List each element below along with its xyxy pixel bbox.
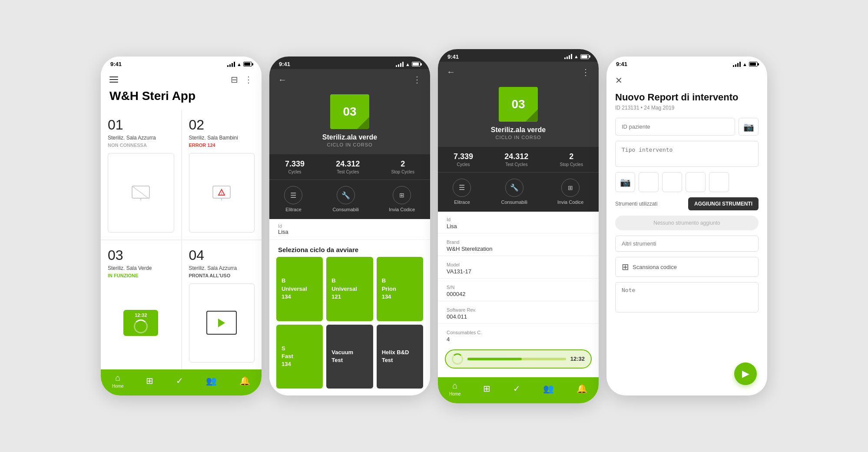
report-subtitle-4: ID 213131 • 24 Mag 2019 bbox=[615, 105, 759, 111]
altri-strumenti-input[interactable] bbox=[615, 236, 759, 252]
camera-button-1[interactable]: 📷 bbox=[739, 118, 759, 136]
back-button-2[interactable]: ← bbox=[278, 75, 287, 85]
cycle-b-universal-134[interactable]: BUniversal134 bbox=[276, 257, 323, 321]
cell-num-2: 02 bbox=[189, 117, 255, 133]
info-brand-val-3: W&H Sterelization bbox=[447, 246, 590, 252]
id-paziente-row: 📷 bbox=[615, 118, 759, 136]
info-model-label-3: Model bbox=[447, 262, 590, 267]
nav-bell-3[interactable]: 🔔 bbox=[576, 383, 587, 394]
invia-icon-3: ⊞ bbox=[561, 179, 580, 197]
info-sw-val-3: 004.011 bbox=[447, 313, 590, 320]
time-4: 9:41 bbox=[616, 61, 627, 67]
device-name-2: Steriliz.ala verde bbox=[322, 133, 377, 141]
device-image-3: 03 bbox=[499, 87, 538, 122]
stat-test-val-2: 24.312 bbox=[336, 160, 360, 169]
cast-icon[interactable]: ⊟ bbox=[231, 74, 238, 85]
stat-cycles-val-3: 7.339 bbox=[454, 152, 473, 161]
nav-home-3[interactable]: ⌂ Home bbox=[449, 381, 461, 396]
form-body-4: 📷 📷 Strumenti utilizzati AGGIUNGI STRUME… bbox=[606, 118, 767, 396]
close-button-4[interactable]: ✕ bbox=[615, 75, 623, 86]
bell-icon: 🔔 bbox=[239, 376, 250, 386]
home-icon-3: ⌂ bbox=[452, 381, 457, 391]
device-cell-4[interactable]: 04 Steriliz. Sala Azzurra PRONTA ALL'USO bbox=[182, 240, 262, 370]
stat-stop-val-2: 2 bbox=[391, 160, 414, 169]
action-elitrace-lbl: Elitrace bbox=[285, 207, 301, 212]
stat-test-val-3: 24.312 bbox=[504, 152, 528, 161]
action-invia-3[interactable]: ⊞ Invia Codice bbox=[557, 179, 584, 205]
device-name-3: Steriliz.ala verde bbox=[491, 126, 546, 134]
title-section-4: Nuovo Report di intervento ID 213131 • 2… bbox=[606, 90, 767, 118]
progress-spinner-3 bbox=[452, 353, 463, 365]
device-cell-2[interactable]: 02 Steriliz. Sala Bambini ERROR 124 ! bbox=[182, 110, 262, 239]
device-section-2: 03 Steriliz.ala verde CICLO IN CORSO bbox=[269, 90, 430, 154]
device-status-2: CICLO IN CORSO bbox=[327, 142, 372, 147]
info-id-3: Id Lisa bbox=[438, 212, 599, 230]
cycle-s-fast-134[interactable]: SFast134 bbox=[276, 325, 323, 389]
consumabili-icon-3: 🔧 bbox=[505, 179, 523, 197]
device-grid: 01 Steriliz. Sala Azzurra NON CONNESSA 0… bbox=[101, 110, 262, 369]
stat-cycles-2: 7.339 Cycles bbox=[285, 160, 305, 174]
nav-bell-1[interactable]: 🔔 bbox=[239, 376, 250, 386]
nav-grid-3[interactable]: ⊞ bbox=[483, 383, 490, 394]
divider-3e bbox=[438, 323, 599, 324]
nav-check-3[interactable]: ✓ bbox=[513, 383, 520, 394]
action-invia-2[interactable]: ⊞ Invia Codice bbox=[389, 186, 415, 212]
wifi-icon-4: ▲ bbox=[742, 62, 747, 67]
divider-3b bbox=[438, 256, 599, 256]
actions-3: ☰ Elitrace 🔧 Consumabili ⊞ Invia Codice bbox=[438, 173, 599, 212]
menu-icon[interactable] bbox=[109, 76, 118, 83]
screen1-phone: 9:41 ▲ ⊟ ⋮ W&H Steri App 01 bbox=[101, 56, 262, 396]
cycle-vacuum-test[interactable]: VacuumTest bbox=[326, 325, 373, 389]
more-icon-2[interactable]: ⋮ bbox=[413, 74, 421, 85]
nav-users-1[interactable]: 👥 bbox=[206, 376, 217, 386]
nav-check-1[interactable]: ✓ bbox=[176, 376, 183, 386]
cycles-title-2: Seleziona ciclo da avviare bbox=[269, 240, 430, 257]
more-icon[interactable]: ⋮ bbox=[244, 74, 253, 85]
more-icon-3[interactable]: ⋮ bbox=[581, 67, 590, 77]
info-id-label-3: Id bbox=[447, 217, 590, 222]
check-icon: ✓ bbox=[176, 376, 183, 386]
action-consumabili-3[interactable]: 🔧 Consumabili bbox=[501, 179, 527, 205]
note-input[interactable] bbox=[615, 282, 759, 312]
action-consumabili-lbl-3: Consumabili bbox=[501, 199, 527, 205]
stat-stop-2: 2 Stop Cycles bbox=[391, 160, 414, 174]
device-cell-3[interactable]: 03 Steriliz. Sala Verde IN FUNZIONE 12:3… bbox=[101, 240, 181, 370]
screen3-topbar: ← ⋮ bbox=[438, 62, 599, 83]
cell-preview-1 bbox=[108, 153, 174, 233]
time-3: 9:41 bbox=[447, 53, 459, 60]
nav-home-1[interactable]: ⌂ Home bbox=[112, 373, 124, 389]
stat-stop-lbl-3: Stop Cycles bbox=[560, 162, 583, 167]
app-title: W&H Steri App bbox=[101, 87, 262, 110]
stat-cycles-lbl-3: Cycles bbox=[454, 162, 473, 167]
info-model-3: Model VA131-17 bbox=[438, 259, 599, 276]
action-consumabili-2[interactable]: 🔧 Consumabili bbox=[332, 186, 359, 212]
users-icon: 👥 bbox=[206, 376, 217, 386]
elitrace-icon-3: ☰ bbox=[453, 179, 471, 197]
svg-line-3 bbox=[132, 186, 149, 199]
stat-test-2: 24.312 Test Cycles bbox=[336, 160, 360, 174]
submit-fab[interactable]: ▶ bbox=[734, 362, 757, 385]
nav-users-3[interactable]: 👥 bbox=[543, 383, 554, 394]
cycle-b-prion-134[interactable]: BPrion134 bbox=[377, 257, 423, 321]
device-cell-1[interactable]: 01 Steriliz. Sala Azzurra NON CONNESSA bbox=[101, 110, 181, 239]
action-elitrace-3[interactable]: ☰ Elitrace bbox=[453, 179, 471, 205]
screen3-phone: 9:41 ▲ ← ⋮ 03 Steriliz.ala verde CICLO I… bbox=[438, 49, 599, 403]
camera-add-button[interactable]: 📷 bbox=[615, 172, 635, 192]
device-number-2: 03 bbox=[343, 105, 356, 119]
id-paziente-input[interactable] bbox=[615, 118, 735, 136]
action-elitrace-2[interactable]: ☰ Elitrace bbox=[284, 186, 302, 212]
actions-2: ☰ Elitrace 🔧 Consumabili ⊞ Invia Codice bbox=[269, 180, 430, 219]
back-button-3[interactable]: ← bbox=[447, 67, 455, 77]
photo-slot-1 bbox=[639, 172, 659, 192]
cycle-b-universal-121[interactable]: BUniversal121 bbox=[326, 257, 373, 321]
cycles-grid-2: BUniversal134 BUniversal121 BPrion134 SF… bbox=[269, 257, 430, 396]
battery-icon bbox=[243, 62, 252, 66]
aggiungi-button[interactable]: AGGIUNGI STRUMENTI bbox=[688, 197, 759, 210]
cycle-helix-test[interactable]: Helix B&DTest bbox=[377, 325, 423, 389]
qr-icon: ⊞ bbox=[622, 262, 629, 272]
nav-grid-1[interactable]: ⊞ bbox=[146, 376, 153, 386]
time-1: 9:41 bbox=[110, 61, 122, 67]
tipo-intervento-input[interactable] bbox=[615, 141, 759, 167]
wifi-icon-2: ▲ bbox=[405, 62, 410, 67]
scan-row[interactable]: ⊞ Scansiona codice bbox=[615, 257, 759, 277]
